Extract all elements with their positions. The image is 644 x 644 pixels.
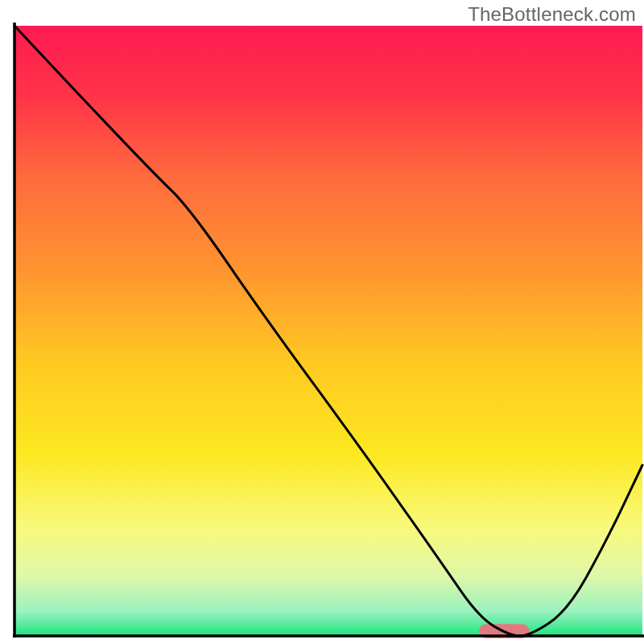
- watermark-text: TheBottleneck.com: [468, 3, 636, 26]
- gradient-background: [14, 26, 642, 636]
- plot-area: [13, 23, 644, 638]
- bottleneck-chart: TheBottleneck.com: [0, 0, 644, 644]
- plot-svg: [0, 0, 644, 644]
